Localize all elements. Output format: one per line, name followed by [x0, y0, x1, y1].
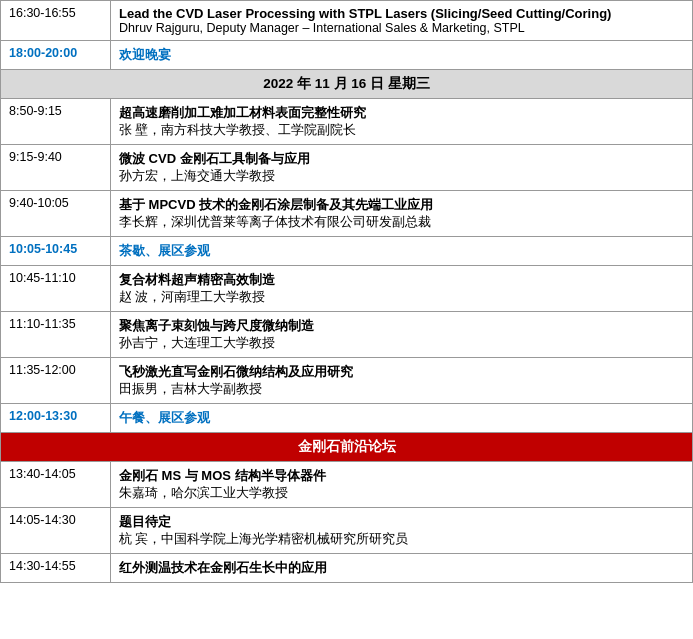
event-row: 13:40-14:05金刚石 MS 与 MOS 结构半导体器件朱嘉琦，哈尔滨工业…: [1, 462, 693, 508]
event-title: 飞秒激光直写金刚石微纳结构及应用研究: [119, 363, 684, 381]
event-speaker: 田振男，吉林大学副教授: [119, 381, 684, 398]
event-content: 聚焦离子束刻蚀与跨尺度微纳制造孙吉宁，大连理工大学教授: [111, 312, 693, 358]
event-row: 16:30-16:55Lead the CVD Laser Processing…: [1, 1, 693, 41]
event-time: 9:40-10:05: [1, 191, 111, 237]
event-time: 14:30-14:55: [1, 554, 111, 583]
event-title: 题目待定: [119, 513, 684, 531]
event-speaker: Dhruv Rajguru, Deputy Manager – Internat…: [119, 21, 684, 35]
event-title: 欢迎晚宴: [119, 47, 171, 62]
event-row: 9:15-9:40微波 CVD 金刚石工具制备与应用孙方宏，上海交通大学教授: [1, 145, 693, 191]
event-time: 8:50-9:15: [1, 99, 111, 145]
event-time: 11:35-12:00: [1, 358, 111, 404]
event-time: 9:15-9:40: [1, 145, 111, 191]
event-title: 超高速磨削加工难加工材料表面完整性研究: [119, 104, 684, 122]
event-title: 金刚石 MS 与 MOS 结构半导体器件: [119, 467, 684, 485]
date-header-cell: 2022 年 11 月 16 日 星期三: [1, 70, 693, 99]
event-content: 超高速磨削加工难加工材料表面完整性研究张 壁，南方科技大学教授、工学院副院长: [111, 99, 693, 145]
event-content: 题目待定杭 宾，中国科学院上海光学精密机械研究所研究员: [111, 508, 693, 554]
event-row: 11:35-12:00飞秒激光直写金刚石微纳结构及应用研究田振男，吉林大学副教授: [1, 358, 693, 404]
event-time: 11:10-11:35: [1, 312, 111, 358]
event-speaker: 杭 宾，中国科学院上海光学精密机械研究所研究员: [119, 531, 684, 548]
event-time: 14:05-14:30: [1, 508, 111, 554]
event-speaker: 赵 波，河南理工大学教授: [119, 289, 684, 306]
event-title: 午餐、展区参观: [119, 410, 210, 425]
event-title: 聚焦离子束刻蚀与跨尺度微纳制造: [119, 317, 684, 335]
event-content: 茶歇、展区参观: [111, 237, 693, 266]
event-time: 10:45-11:10: [1, 266, 111, 312]
event-title: 基于 MPCVD 技术的金刚石涂层制备及其先端工业应用: [119, 196, 684, 214]
event-content: 基于 MPCVD 技术的金刚石涂层制备及其先端工业应用李长辉，深圳优普莱等离子体…: [111, 191, 693, 237]
highlight-row: 12:00-13:30午餐、展区参观: [1, 404, 693, 433]
highlight-row: 10:05-10:45茶歇、展区参观: [1, 237, 693, 266]
event-content: 金刚石 MS 与 MOS 结构半导体器件朱嘉琦，哈尔滨工业大学教授: [111, 462, 693, 508]
event-time: 18:00-20:00: [1, 41, 111, 70]
event-speaker: 孙吉宁，大连理工大学教授: [119, 335, 684, 352]
event-time: 13:40-14:05: [1, 462, 111, 508]
event-row: 10:45-11:10复合材料超声精密高效制造赵 波，河南理工大学教授: [1, 266, 693, 312]
highlight-row: 18:00-20:00欢迎晚宴: [1, 41, 693, 70]
event-speaker: 孙方宏，上海交通大学教授: [119, 168, 684, 185]
event-title: 复合材料超声精密高效制造: [119, 271, 684, 289]
event-content: 欢迎晚宴: [111, 41, 693, 70]
event-row: 14:05-14:30题目待定杭 宾，中国科学院上海光学精密机械研究所研究员: [1, 508, 693, 554]
schedule-table: 16:30-16:55Lead the CVD Laser Processing…: [0, 0, 693, 583]
event-row: 9:40-10:05基于 MPCVD 技术的金刚石涂层制备及其先端工业应用李长辉…: [1, 191, 693, 237]
event-time: 10:05-10:45: [1, 237, 111, 266]
event-row: 14:30-14:55红外测温技术在金刚石生长中的应用: [1, 554, 693, 583]
event-content: 复合材料超声精密高效制造赵 波，河南理工大学教授: [111, 266, 693, 312]
event-title: Lead the CVD Laser Processing with STPL …: [119, 6, 684, 21]
red-section-cell: 金刚石前沿论坛: [1, 433, 693, 462]
event-speaker: 张 壁，南方科技大学教授、工学院副院长: [119, 122, 684, 139]
event-title: 红外测温技术在金刚石生长中的应用: [119, 559, 684, 577]
event-time: 12:00-13:30: [1, 404, 111, 433]
event-row: 8:50-9:15超高速磨削加工难加工材料表面完整性研究张 壁，南方科技大学教授…: [1, 99, 693, 145]
event-title: 微波 CVD 金刚石工具制备与应用: [119, 150, 684, 168]
event-speaker: 李长辉，深圳优普莱等离子体技术有限公司研发副总裁: [119, 214, 684, 231]
event-speaker: 朱嘉琦，哈尔滨工业大学教授: [119, 485, 684, 502]
event-content: 红外测温技术在金刚石生长中的应用: [111, 554, 693, 583]
event-title: 茶歇、展区参观: [119, 243, 210, 258]
date-header-row: 2022 年 11 月 16 日 星期三: [1, 70, 693, 99]
event-content: 微波 CVD 金刚石工具制备与应用孙方宏，上海交通大学教授: [111, 145, 693, 191]
event-row: 11:10-11:35聚焦离子束刻蚀与跨尺度微纳制造孙吉宁，大连理工大学教授: [1, 312, 693, 358]
red-section-row: 金刚石前沿论坛: [1, 433, 693, 462]
event-content: Lead the CVD Laser Processing with STPL …: [111, 1, 693, 41]
event-time: 16:30-16:55: [1, 1, 111, 41]
event-content: 午餐、展区参观: [111, 404, 693, 433]
event-content: 飞秒激光直写金刚石微纳结构及应用研究田振男，吉林大学副教授: [111, 358, 693, 404]
